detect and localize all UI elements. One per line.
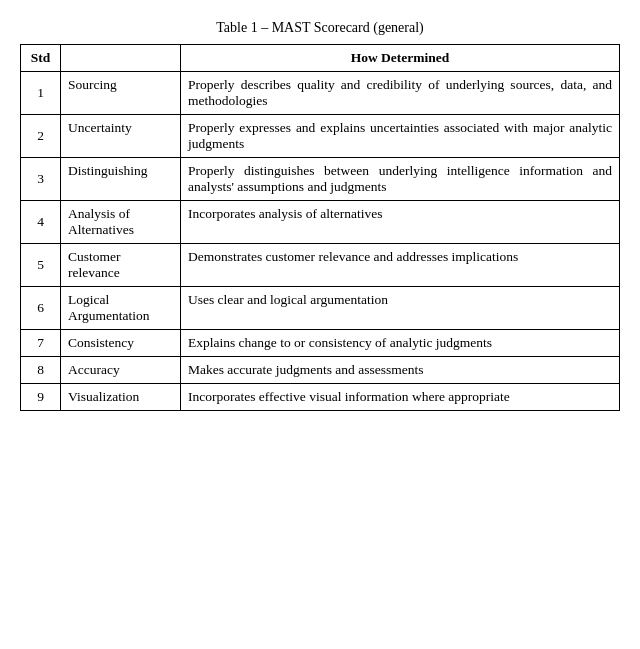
table-row: 4Analysis of AlternativesIncorporates an…	[21, 201, 620, 244]
how-cell: Incorporates analysis of alternatives	[181, 201, 620, 244]
table-row: 5Customer relevanceDemonstrates customer…	[21, 244, 620, 287]
std-cell: 9	[21, 384, 61, 411]
std-cell: 7	[21, 330, 61, 357]
name-cell: Accuracy	[61, 357, 181, 384]
how-cell: Uses clear and logical argumentation	[181, 287, 620, 330]
std-cell: 6	[21, 287, 61, 330]
header-name	[61, 45, 181, 72]
name-cell: Customer relevance	[61, 244, 181, 287]
table-row: 2UncertaintyProperly expresses and expla…	[21, 115, 620, 158]
how-cell: Demonstrates customer relevance and addr…	[181, 244, 620, 287]
how-cell: Explains change to or consistency of ana…	[181, 330, 620, 357]
table-row: 9VisualizationIncorporates effective vis…	[21, 384, 620, 411]
table-row: 8AccuracyMakes accurate judgments and as…	[21, 357, 620, 384]
how-cell: Properly describes quality and credibili…	[181, 72, 620, 115]
name-cell: Logical Argumentation	[61, 287, 181, 330]
name-cell: Uncertainty	[61, 115, 181, 158]
how-cell: Properly distinguishes between underlyin…	[181, 158, 620, 201]
name-cell: Visualization	[61, 384, 181, 411]
std-cell: 2	[21, 115, 61, 158]
std-cell: 1	[21, 72, 61, 115]
std-cell: 5	[21, 244, 61, 287]
std-cell: 3	[21, 158, 61, 201]
table-row: 6Logical ArgumentationUses clear and log…	[21, 287, 620, 330]
scorecard-table: Std How Determined 1SourcingProperly des…	[20, 44, 620, 411]
page-container: Table 1 – MAST Scorecard (general) Std H…	[20, 20, 620, 411]
name-cell: Consistency	[61, 330, 181, 357]
table-row: 1SourcingProperly describes quality and …	[21, 72, 620, 115]
table-title: Table 1 – MAST Scorecard (general)	[20, 20, 620, 36]
name-cell: Distinguishing	[61, 158, 181, 201]
name-cell: Sourcing	[61, 72, 181, 115]
table-header-row: Std How Determined	[21, 45, 620, 72]
std-cell: 8	[21, 357, 61, 384]
table-row: 3DistinguishingProperly distinguishes be…	[21, 158, 620, 201]
how-cell: Incorporates effective visual informatio…	[181, 384, 620, 411]
name-cell: Analysis of Alternatives	[61, 201, 181, 244]
table-row: 7ConsistencyExplains change to or consis…	[21, 330, 620, 357]
header-std: Std	[21, 45, 61, 72]
how-cell: Properly expresses and explains uncertai…	[181, 115, 620, 158]
how-cell: Makes accurate judgments and assessments	[181, 357, 620, 384]
std-cell: 4	[21, 201, 61, 244]
header-how: How Determined	[181, 45, 620, 72]
